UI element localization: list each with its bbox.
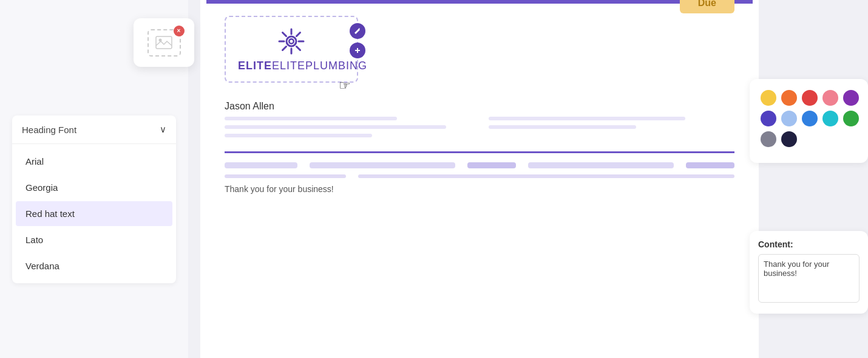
invoice-header-right: Invoice Due (680, 0, 734, 13)
color-swatch-8[interactable] (822, 111, 838, 126)
color-picker-panel (750, 79, 868, 163)
invoice-header: ELITEELITEPLUMBING ☞ Invoice Due (225, 16, 734, 95)
font-item-verdana[interactable]: Verdana (16, 253, 172, 278)
color-swatch-7[interactable] (802, 111, 818, 126)
font-item-arial[interactable]: Arial (16, 149, 172, 174)
svg-line-8 (297, 47, 300, 50)
color-swatch-6[interactable] (781, 111, 797, 126)
logo-area[interactable]: ELITEELITEPLUMBING ☞ (225, 16, 358, 83)
color-swatch-10[interactable] (761, 131, 776, 147)
color-swatch-3[interactable] (822, 90, 838, 106)
placeholder-line (225, 125, 446, 129)
table-cell (467, 162, 516, 168)
gear-icon (276, 26, 307, 57)
logo-edit-button[interactable] (350, 23, 365, 39)
image-placeholder-inner: × (147, 29, 181, 57)
due-badge: Due (680, 0, 734, 13)
font-list: Arial Georgia Red hat text Lato Verdana (12, 144, 176, 283)
font-dropdown-label: Heading Font (22, 125, 76, 135)
svg-rect-0 (156, 36, 172, 49)
font-item-georgia[interactable]: Georgia (16, 175, 172, 200)
svg-line-10 (283, 47, 287, 50)
placeholder-line (225, 117, 397, 120)
table-cell (528, 162, 674, 168)
thank-you-text: Thank you for your business! (225, 184, 734, 194)
font-dropdown: Heading Font ∨ Arial Georgia Red hat tex… (12, 115, 176, 283)
table-cell (358, 174, 734, 178)
table-cell (310, 162, 455, 168)
close-icon[interactable]: × (174, 26, 185, 36)
color-swatch-1[interactable] (781, 90, 797, 106)
svg-line-7 (283, 33, 287, 36)
table-row (225, 162, 734, 168)
table-row (225, 174, 734, 178)
color-grid (761, 90, 857, 147)
cursor-icon: ☞ (339, 78, 351, 94)
font-dropdown-header[interactable]: Heading Font ∨ (12, 115, 176, 144)
color-swatch-9[interactable] (843, 111, 859, 126)
chevron-down-icon: ∨ (160, 124, 166, 135)
address-lines (225, 117, 734, 142)
table-cell (225, 174, 346, 178)
color-swatch-5[interactable] (761, 111, 776, 126)
color-swatch-11[interactable] (781, 131, 797, 147)
svg-line-9 (297, 33, 300, 36)
image-icon (155, 36, 172, 49)
placeholder-line (489, 117, 685, 120)
content-label: Content: (758, 239, 860, 249)
logo-text: ELITEELITEPLUMBING (238, 60, 345, 72)
content-textarea[interactable] (758, 254, 860, 303)
client-name: Jason Allen (225, 101, 734, 112)
table-divider (225, 151, 734, 153)
content-panel: Content: (750, 231, 868, 314)
color-swatch-4[interactable] (843, 90, 859, 106)
logo-add-button[interactable] (350, 43, 365, 58)
placeholder-line (225, 134, 372, 137)
table-cell (225, 162, 297, 168)
font-item-lato[interactable]: Lato (16, 227, 172, 252)
color-swatch-2[interactable] (802, 90, 818, 106)
invoice-content: ELITEELITEPLUMBING ☞ Invoice Due Jason A… (200, 4, 759, 206)
placeholder-line (489, 125, 636, 129)
color-swatch-0[interactable] (761, 90, 776, 106)
font-item-redhat[interactable]: Red hat text (16, 201, 172, 226)
image-placeholder-card[interactable]: × (134, 18, 194, 67)
svg-point-12 (290, 40, 293, 43)
main-canvas: ELITEELITEPLUMBING ☞ Invoice Due Jason A… (200, 0, 759, 358)
table-cell (686, 162, 734, 168)
